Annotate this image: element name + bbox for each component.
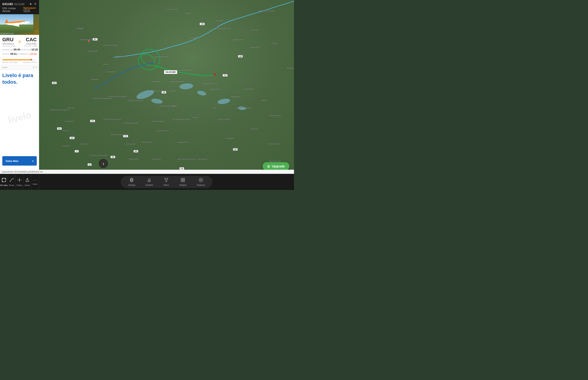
close-button[interactable]: ✕ [34,2,37,6]
flight-progress-section: ✈ 652 km, 02:00 ago 100 km, in 00:19 [0,58,39,65]
3d-view-label: 3D view [0,184,7,187]
road-101: 101 [57,127,62,130]
more-icon: ··· [33,178,37,182]
route-info-section: GRU SAO PAULO -03 (UTC -3:00) ✈ CAC CASC… [0,35,39,58]
svg-point-13 [23,21,25,22]
cascavel-pin: 📍 [87,40,91,44]
status-bar: Aguardando securepubads.g.doubleclick.ne… [0,170,294,174]
advertisement-section: Livelo ℹ ✕ livelo Livelo é para todos. S… [0,65,39,170]
svg-rect-29 [183,178,185,180]
flight-info-panel: G31182 /GLO1182 ★ ✕ GOL Linhas Aereas fl… [0,0,39,170]
road-373: 373 [123,135,128,137]
filters-label: Filters [163,184,169,186]
progress-bar: ✈ [2,59,37,60]
svg-point-25 [131,179,132,181]
flight-id-label: G31182 [2,2,13,6]
follow-icon [17,177,22,183]
settings-label: Settings [128,184,136,186]
weather-icon [147,178,152,183]
road-163-2: 163 [90,120,95,122]
toolbar-weather[interactable]: Weather [141,176,158,188]
toolbar-item-follow[interactable]: Follow [16,174,23,190]
expand-photo-button[interactable]: ⛶ [35,31,38,34]
road-480: 480 [110,156,116,158]
toolbar-item-3d-view[interactable]: 3D view [0,174,8,190]
3d-view-icon [1,177,6,183]
road-158-4: 158 [179,167,185,170]
actual-dep-label: ACTUAL [2,53,10,55]
est-arr-time: 11:11 [29,53,37,55]
route-label: Route [9,184,14,187]
toolbar-settings[interactable]: Settings [123,176,141,188]
actual-dep-time: 08:51 [10,53,17,55]
toolbar-item-more[interactable]: ··· More [31,174,39,190]
toolbar-widgets[interactable]: Widgets [174,176,192,188]
origin-tz: -03 (UTC -3:00) [2,45,15,47]
road-158-2: 158 [238,55,243,57]
panel-header: G31182 /GLO1182 ★ ✕ GOL Linhas Aereas fl… [0,0,39,14]
sched-dep-label: SCHEDULED [2,49,14,51]
playback-icon [199,178,203,183]
weather-label: Weather [146,184,153,186]
svg-point-20 [19,179,20,181]
ad-tagline: Livelo é para todos. [2,72,37,156]
upgrade-button[interactable]: ◎ Upgrade [263,162,289,171]
airline-name-label: GOL Linhas Aereas [2,7,23,12]
toolbar-item-route[interactable]: Route [8,174,16,190]
status-text: Aguardando securepubads.g.doubleclick.ne… [2,171,44,173]
favorite-button[interactable]: ★ [29,2,32,6]
svg-point-18 [10,181,11,182]
road-17: 17 [75,150,79,152]
route-arrow-icon: ✈ [18,40,21,44]
ad-cta-label: Saiba Mais [5,160,19,162]
toolbar-filters[interactable]: Filters [158,176,174,188]
callsign-label: /GLO1182 [14,3,24,5]
bottom-toolbar: 3D view Route Fo [0,174,294,190]
toolbar-item-share[interactable]: Share [23,174,31,190]
ad-info-button[interactable]: ℹ [33,66,34,69]
widgets-label: Widgets [179,184,187,186]
toolbar-left-section: 3D view Route Fo [0,174,39,190]
road-163-1: 163 [70,137,75,139]
svg-marker-27 [165,178,168,182]
dest-name: CASCAVEL [24,43,37,45]
road-467: 467 [93,38,98,41]
progress-fill [2,59,32,60]
follow-label: Follow [16,184,22,187]
filters-icon [164,178,168,183]
dest-tz: -03 (UTC -3:00) [24,45,37,47]
ad-cta-button[interactable]: Saiba Mais › [2,156,37,166]
more-label: More [33,183,38,185]
widgets-icon [181,178,185,183]
svg-rect-30 [181,180,183,182]
origin-code: GRU [2,37,15,43]
toolbar-playback[interactable]: Playback [191,176,210,188]
upgrade-icon: ◎ [267,164,270,168]
ad-cta-arrow: › [32,158,34,163]
svg-rect-31 [183,180,185,182]
route-icon [9,177,14,183]
plane-progress-marker: ✈ [30,58,32,61]
share-icon [25,177,30,183]
road-158-3: 158 [162,91,167,94]
fr24-logo: flightradar24 LIVE AIR TRAFFIC [23,7,37,12]
playback-label: Playback [197,184,205,186]
ad-close-button[interactable]: ✕ [35,66,37,69]
upgrade-label: Upgrade [272,164,285,168]
road-280-2: 280 [233,148,238,151]
est-arr-label: ESTIMATED [18,53,28,55]
photo-credit: © CACSPOTTER [1,33,14,34]
flight-label: GLO1182 [164,70,177,74]
ad-brand-label: Livelo [2,66,7,69]
svg-point-26 [148,179,150,180]
share-label: Share [24,184,30,187]
compass-button[interactable] [99,159,108,168]
origin-name: SAO PAULO [2,43,15,45]
road-158-1: 158 [200,23,205,25]
progress-left-label: 652 km, 02:00 ago [2,61,18,63]
aircraft-photo: © CACSPOTTER ⛶ [0,14,39,35]
map-area[interactable]: GLO1182 📍 Toledo Sede Alvorada Cascavel … [39,0,294,190]
dest-code: CAC [24,37,37,43]
sched-arr-time: 10:25 [31,48,38,51]
toolbar-right-pills: Settings Weather Filters [121,176,212,188]
